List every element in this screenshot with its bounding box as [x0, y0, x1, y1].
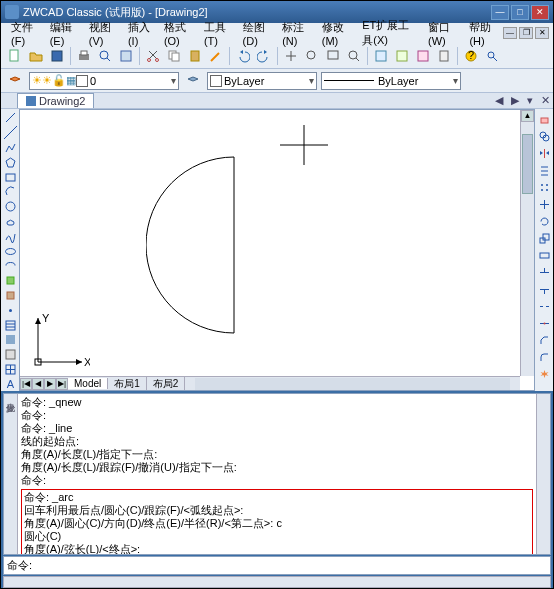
menu-insert[interactable]: 插入(I) [122, 18, 158, 49]
zoom-rt-icon[interactable] [302, 46, 322, 66]
region-icon[interactable] [2, 348, 18, 362]
polygon-icon[interactable] [2, 155, 18, 169]
trim-icon[interactable] [536, 264, 552, 280]
menu-edit[interactable]: 编辑(E) [44, 18, 83, 49]
join-icon[interactable] [536, 315, 552, 331]
new-icon[interactable] [5, 46, 25, 66]
circle-icon[interactable] [2, 200, 18, 214]
props-icon[interactable] [371, 46, 391, 66]
copy-icon[interactable] [164, 46, 184, 66]
table-icon[interactable] [2, 363, 18, 377]
tab-close-icon[interactable]: ✕ [538, 94, 553, 107]
tab-next-icon[interactable]: ▶ [508, 94, 522, 107]
preview-icon[interactable] [95, 46, 115, 66]
print-icon[interactable] [74, 46, 94, 66]
sheet-nav-last[interactable]: ▶| [56, 378, 68, 390]
save-icon[interactable] [47, 46, 67, 66]
menu-dim[interactable]: 标注(N) [276, 18, 316, 49]
color-dropdown[interactable]: ByLayer [207, 72, 317, 90]
fillet-icon[interactable] [536, 349, 552, 365]
command-history[interactable]: 命令: _qnew 命令: 命令: _line 线的起始点: 角度(A)/长度(… [18, 394, 536, 554]
menu-draw[interactable]: 绘图(D) [237, 18, 277, 49]
command-input[interactable] [32, 560, 547, 571]
paste-icon[interactable] [185, 46, 205, 66]
ellipse-icon[interactable] [2, 244, 18, 258]
cut-icon[interactable] [143, 46, 163, 66]
rectangle-icon[interactable] [2, 170, 18, 184]
tpalette-icon[interactable] [413, 46, 433, 66]
calc-icon[interactable] [434, 46, 454, 66]
layer-mgr-icon[interactable] [5, 71, 25, 91]
find-icon[interactable] [482, 46, 502, 66]
document-tab[interactable]: Drawing2 [17, 93, 94, 108]
undo-icon[interactable] [233, 46, 253, 66]
mdi-minimize-button[interactable]: — [503, 27, 517, 39]
zoom-win-icon[interactable] [323, 46, 343, 66]
xline-icon[interactable] [2, 126, 18, 140]
menu-modify[interactable]: 修改(M) [316, 18, 356, 49]
help-icon[interactable]: ? [461, 46, 481, 66]
sheet-nav-prev[interactable]: ◀ [32, 378, 44, 390]
match-icon[interactable] [206, 46, 226, 66]
horizontal-scrollbar[interactable] [195, 378, 510, 390]
svg-point-57 [543, 322, 545, 324]
cmd-hscroll[interactable] [3, 576, 551, 588]
svg-point-4 [100, 51, 108, 59]
line-icon[interactable] [2, 111, 18, 125]
point-icon[interactable] [2, 303, 18, 317]
mdi-close-button[interactable]: ✕ [535, 27, 549, 39]
mirror-icon[interactable] [536, 145, 552, 161]
rotate-icon[interactable] [536, 213, 552, 229]
layer-prev-icon[interactable] [183, 71, 203, 91]
menu-tools[interactable]: 工具(T) [198, 18, 237, 49]
spline-icon[interactable] [2, 229, 18, 243]
break-icon[interactable] [536, 298, 552, 314]
hatch-icon[interactable] [2, 318, 18, 332]
mdi-restore-button[interactable]: ❐ [519, 27, 533, 39]
stretch-icon[interactable] [536, 247, 552, 263]
mtext-icon[interactable]: A [2, 377, 18, 391]
erase-icon[interactable] [536, 111, 552, 127]
dcenter-icon[interactable] [392, 46, 412, 66]
tab-model[interactable]: Model [68, 378, 108, 389]
publish-icon[interactable] [116, 46, 136, 66]
move-icon[interactable] [536, 196, 552, 212]
explode-icon[interactable] [536, 366, 552, 382]
menu-window[interactable]: 窗口(W) [422, 18, 463, 49]
cmd-vscroll[interactable] [536, 394, 550, 554]
gradient-icon[interactable] [2, 333, 18, 347]
chamfer-icon[interactable] [536, 332, 552, 348]
zoom-prev-icon[interactable] [344, 46, 364, 66]
redo-icon[interactable] [254, 46, 274, 66]
linetype-dropdown[interactable]: ByLayer [321, 72, 461, 90]
sheet-nav-next[interactable]: ▶ [44, 378, 56, 390]
copy-obj-icon[interactable] [536, 128, 552, 144]
pan-icon[interactable] [281, 46, 301, 66]
insert-icon[interactable] [2, 274, 18, 288]
menu-view[interactable]: 视图(V) [83, 18, 122, 49]
close-button[interactable]: ✕ [531, 5, 549, 20]
tab-layout1[interactable]: 布局1 [108, 377, 147, 391]
layer-dropdown[interactable]: ☀☀🔓▦0 [29, 72, 179, 90]
array-icon[interactable] [536, 179, 552, 195]
scale-icon[interactable] [536, 230, 552, 246]
ellipse-arc-icon[interactable] [2, 259, 18, 273]
drawing-canvas[interactable]: Y X ▲ |◀ ◀ ▶ ▶| Model 布局1 布局2 [20, 110, 534, 390]
offset-icon[interactable] [536, 162, 552, 178]
menu-file[interactable]: 文件(F) [5, 18, 44, 49]
extend-icon[interactable] [536, 281, 552, 297]
maximize-button[interactable]: □ [511, 5, 529, 20]
revcloud-icon[interactable] [2, 215, 18, 229]
sheet-nav-first[interactable]: |◀ [20, 378, 32, 390]
svg-rect-47 [541, 118, 548, 123]
pline-icon[interactable] [2, 141, 18, 155]
menu-help[interactable]: 帮助(H) [463, 18, 503, 49]
block-icon[interactable] [2, 289, 18, 303]
tab-layout2[interactable]: 布局2 [147, 377, 186, 391]
tab-prev-icon[interactable]: ◀ [492, 94, 506, 107]
menu-format[interactable]: 格式(O) [158, 18, 198, 49]
vertical-scrollbar[interactable]: ▲ [520, 110, 534, 376]
open-icon[interactable] [26, 46, 46, 66]
arc-icon[interactable] [2, 185, 18, 199]
tab-menu-icon[interactable]: ▾ [524, 94, 536, 107]
